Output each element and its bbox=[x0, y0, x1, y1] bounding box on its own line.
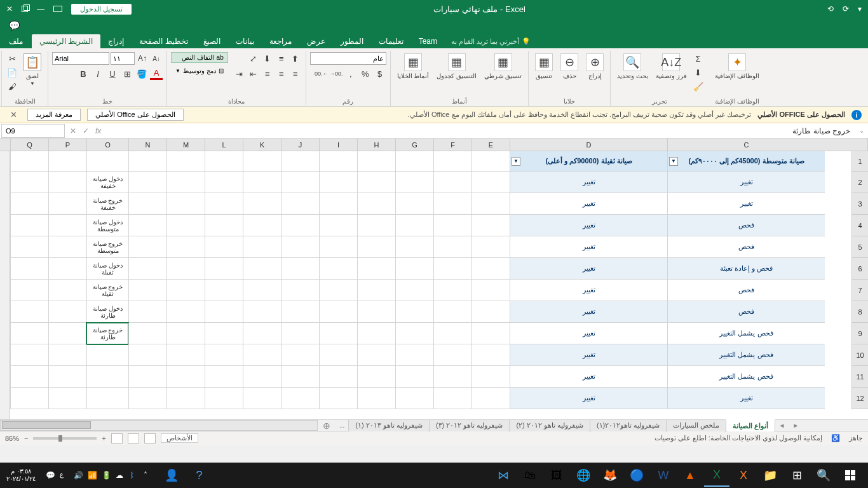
cell-D10[interactable]: تغيير bbox=[510, 344, 667, 366]
cell-F2[interactable] bbox=[433, 172, 471, 193]
cell-K4[interactable] bbox=[243, 215, 281, 236]
cell-F10[interactable] bbox=[433, 344, 471, 366]
cell-I9[interactable] bbox=[319, 323, 357, 344]
cell-M1[interactable] bbox=[166, 151, 205, 172]
cell-M9[interactable] bbox=[166, 323, 205, 344]
close-message-icon[interactable]: ✕ bbox=[6, 110, 21, 119]
cell-C6[interactable]: فحص و إعادة تعبئة bbox=[667, 258, 825, 280]
select-all-corner[interactable] bbox=[851, 139, 868, 151]
cell-D3[interactable]: تغيير bbox=[510, 193, 667, 215]
cell-H12[interactable] bbox=[357, 388, 395, 409]
align-middle-icon[interactable]: ≡ bbox=[275, 52, 288, 65]
cell-E3[interactable] bbox=[471, 193, 510, 215]
comment-icon[interactable]: 💬 bbox=[9, 20, 20, 30]
battery-icon[interactable]: 🔋 bbox=[102, 471, 111, 480]
formula-input[interactable]: خروج صيانة طارئة bbox=[106, 126, 855, 135]
cell-P5[interactable] bbox=[48, 236, 86, 258]
fx-icon[interactable]: fx bbox=[95, 126, 101, 135]
cell-H1[interactable] bbox=[357, 151, 395, 172]
clear-icon[interactable]: 🧹 bbox=[692, 80, 705, 93]
cell-J8[interactable] bbox=[281, 301, 319, 323]
cell-O7[interactable]: خروج صيانة ثقيلة bbox=[86, 280, 128, 301]
zoom-level[interactable]: 86% bbox=[5, 435, 19, 442]
zoom-slider[interactable] bbox=[33, 437, 97, 440]
delete-cells-button[interactable]: ⊖حذف bbox=[558, 52, 581, 81]
taskbar-app-explorer[interactable]: 📁 bbox=[757, 464, 783, 487]
font-size-select[interactable] bbox=[111, 52, 135, 65]
column-header-K[interactable]: K bbox=[243, 139, 281, 151]
row-header-12[interactable]: 12 bbox=[851, 388, 868, 409]
tray-chevron-icon[interactable]: ˄ bbox=[144, 471, 153, 480]
cell-L9[interactable] bbox=[205, 323, 243, 344]
cell-C10[interactable]: فحص يشمل التغيير bbox=[667, 344, 825, 366]
cell-K10[interactable] bbox=[243, 344, 281, 366]
cell-M4[interactable] bbox=[166, 215, 205, 236]
cell-E4[interactable] bbox=[471, 215, 510, 236]
taskbar-help-icon[interactable]: ? bbox=[187, 464, 212, 487]
wrap-text-button[interactable]: abالتفاف النص bbox=[171, 52, 228, 63]
cell-D11[interactable]: تغيير bbox=[510, 366, 667, 388]
column-header-H[interactable]: H bbox=[357, 139, 395, 151]
cell-O8[interactable]: دخول صيانة طارئة bbox=[86, 301, 128, 323]
cell-P10[interactable] bbox=[48, 344, 86, 366]
tab-file[interactable]: ملف bbox=[0, 34, 32, 48]
comma-icon[interactable]: , bbox=[344, 67, 357, 80]
cell-I11[interactable] bbox=[319, 366, 357, 388]
paste-button[interactable]: 📋 لصق▼ bbox=[21, 52, 44, 88]
fill-color-icon[interactable]: 🪣 bbox=[135, 67, 148, 80]
cell-styles-button[interactable]: ▦أنماط الخلايا bbox=[395, 52, 432, 81]
cell-N7[interactable] bbox=[128, 280, 166, 301]
cell-L12[interactable] bbox=[205, 388, 243, 409]
cell-I1[interactable] bbox=[319, 151, 357, 172]
cell-F3[interactable] bbox=[433, 193, 471, 215]
cell-N3[interactable] bbox=[128, 193, 166, 215]
cell-N8[interactable] bbox=[128, 301, 166, 323]
cell-Q5[interactable] bbox=[10, 236, 48, 258]
cell-L11[interactable] bbox=[205, 366, 243, 388]
taskbar-search-icon[interactable]: 🔍 bbox=[811, 464, 836, 487]
cell-J7[interactable] bbox=[281, 280, 319, 301]
tab-help[interactable]: تعليمات bbox=[371, 34, 411, 48]
row-header-10[interactable]: 10 bbox=[851, 344, 868, 366]
cell-N12[interactable] bbox=[128, 388, 166, 409]
cell-C2[interactable]: تغيير bbox=[667, 172, 825, 193]
cell-P1[interactable] bbox=[48, 151, 86, 172]
cell-L10[interactable] bbox=[205, 344, 243, 366]
cell-D12[interactable]: تغيير bbox=[510, 388, 667, 409]
worksheet-grid[interactable]: QPONMLKJIHGFEDC 123456789101112 صيانة مت… bbox=[0, 139, 868, 419]
cell-M7[interactable] bbox=[166, 280, 205, 301]
merge-center-button[interactable]: ⊟دمج وتوسيط▼ bbox=[171, 65, 228, 76]
taskbar-app-edge[interactable]: 🌐 bbox=[571, 464, 596, 487]
view-normal-icon[interactable] bbox=[111, 433, 123, 444]
cell-D9[interactable]: تغيير bbox=[510, 323, 667, 344]
cut-icon[interactable]: ✂ bbox=[6, 52, 18, 65]
cell-P11[interactable] bbox=[48, 366, 86, 388]
column-header-L[interactable]: L bbox=[205, 139, 243, 151]
cell-H8[interactable] bbox=[357, 301, 395, 323]
cell-P9[interactable] bbox=[48, 323, 86, 344]
cell-Q2[interactable] bbox=[10, 172, 48, 193]
cell-F9[interactable] bbox=[433, 323, 471, 344]
cell-C9[interactable]: فحص يشمل التغيير bbox=[667, 323, 825, 344]
taskbar-app-word[interactable]: W bbox=[651, 464, 676, 487]
align-left-icon[interactable]: ≡ bbox=[261, 67, 274, 80]
cell-Q3[interactable] bbox=[10, 193, 48, 215]
filter-button-D[interactable]: ▼ bbox=[512, 157, 520, 166]
cell-M6[interactable] bbox=[166, 258, 205, 280]
cell-J10[interactable] bbox=[281, 344, 319, 366]
cell-L3[interactable] bbox=[205, 193, 243, 215]
cancel-formula-icon[interactable]: ✕ bbox=[70, 126, 76, 135]
cell-N9[interactable] bbox=[128, 323, 166, 344]
status-accessibility[interactable]: إمكانية الوصول لذوي الاحتياجات الخاصة: ا… bbox=[654, 434, 822, 442]
row-header-6[interactable]: 6 bbox=[851, 258, 868, 280]
cell-E11[interactable] bbox=[471, 366, 510, 388]
cell-N10[interactable] bbox=[128, 344, 166, 366]
cell-Q7[interactable] bbox=[10, 280, 48, 301]
cell-Q1[interactable] bbox=[10, 151, 48, 172]
cell-H9[interactable] bbox=[357, 323, 395, 344]
cell-N1[interactable] bbox=[128, 151, 166, 172]
column-header-G[interactable]: G bbox=[395, 139, 433, 151]
cell-F6[interactable] bbox=[433, 258, 471, 280]
cell-J12[interactable] bbox=[281, 388, 319, 409]
cell-H6[interactable] bbox=[357, 258, 395, 280]
